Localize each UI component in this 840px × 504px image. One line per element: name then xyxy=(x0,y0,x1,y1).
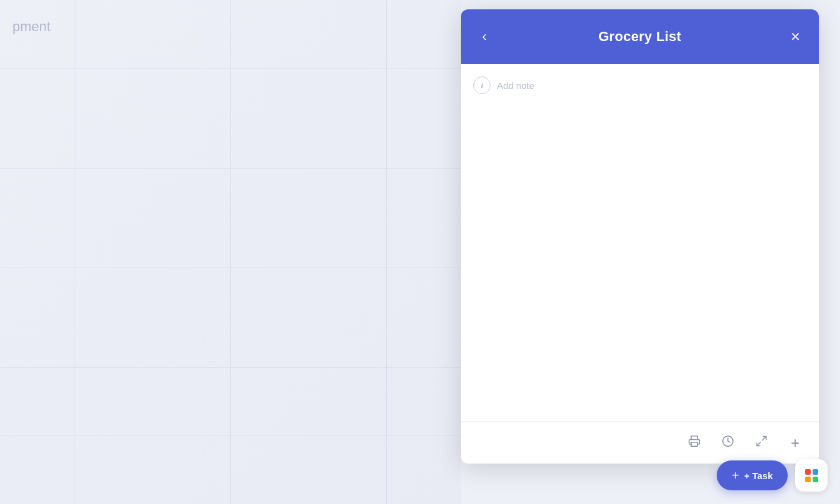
svg-line-3 xyxy=(757,442,761,446)
apps-dot-blue xyxy=(813,469,818,475)
panel-title: Grocery List xyxy=(598,29,681,45)
note-icon-wrapper: i xyxy=(473,77,491,94)
panel-body: i Add note xyxy=(461,64,819,421)
apps-button[interactable] xyxy=(795,459,828,492)
svg-rect-0 xyxy=(691,442,697,447)
add-note-placeholder: Add note xyxy=(497,80,534,91)
back-button[interactable]: ‹ xyxy=(473,26,496,48)
apps-dot-yellow xyxy=(805,477,811,482)
back-icon: ‹ xyxy=(482,30,486,44)
background-area: pment xyxy=(0,0,461,504)
history-button[interactable] xyxy=(717,432,739,454)
expand-icon xyxy=(755,435,768,450)
add-task-label: + Task xyxy=(744,470,773,481)
add-task-button[interactable]: + + Task xyxy=(717,460,788,490)
background-partial-text: pment xyxy=(12,19,50,35)
apps-dot-red xyxy=(805,469,811,475)
panel-footer: + xyxy=(461,421,819,464)
panel-header: ‹ Grocery List ✕ xyxy=(461,9,819,64)
apps-dot-green xyxy=(813,477,818,482)
add-item-button[interactable]: + xyxy=(784,432,806,454)
history-icon xyxy=(722,435,734,450)
apps-grid xyxy=(805,469,818,482)
expand-button[interactable] xyxy=(750,432,773,454)
svg-line-2 xyxy=(763,437,767,441)
print-icon xyxy=(688,435,701,450)
italic-icon: i xyxy=(481,81,483,90)
grocery-list-panel: ‹ Grocery List ✕ i Add note xyxy=(461,9,819,464)
add-icon: + xyxy=(791,434,800,452)
plus-icon: + xyxy=(732,469,739,482)
print-button[interactable] xyxy=(683,432,706,454)
close-button[interactable]: ✕ xyxy=(784,26,806,48)
bottom-actions: + + Task xyxy=(717,459,828,492)
add-note-row[interactable]: i Add note xyxy=(473,74,806,96)
close-icon: ✕ xyxy=(790,30,801,43)
